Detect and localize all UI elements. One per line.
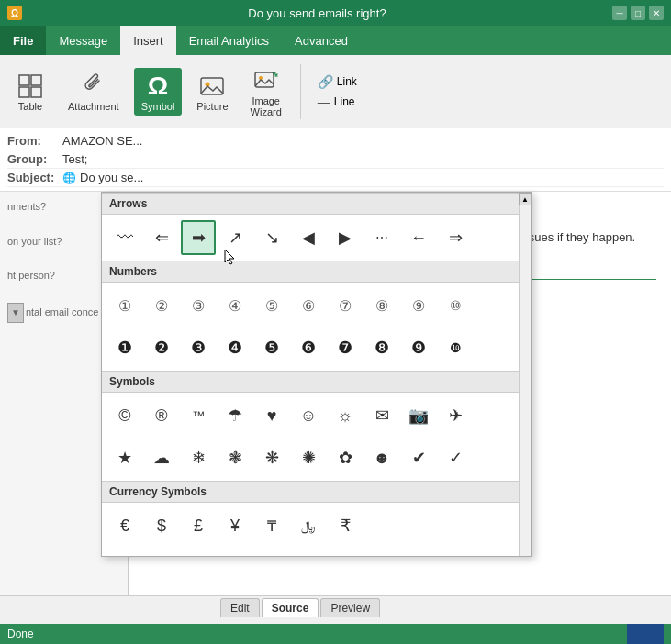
symbol-num-filled-4[interactable]: ❹ — [218, 330, 252, 365]
symbol-smiley-filled[interactable]: ☻ — [364, 440, 399, 475]
symbol-yen[interactable]: ¥ — [218, 508, 252, 543]
symbol-right-triangle[interactable]: ▶ — [328, 220, 363, 255]
symbol-up-right-arrow[interactable]: ↗ — [218, 220, 252, 255]
email-header: From: AMAZON SE... Group: Test; Subject:… — [0, 128, 671, 192]
link-icon: 🔗 — [318, 74, 333, 89]
symbol-smiley[interactable]: ☺ — [291, 398, 326, 433]
main-area: ▲ Arrows 〰 ⇐ ➡ ↗ ↘ ◀ ▶ ⋯ ← ⇒ Numbers ① ②… — [0, 192, 671, 595]
arrows-grid: 〰 ⇐ ➡ ↗ ↘ ◀ ▶ ⋯ ← ⇒ — [102, 215, 531, 261]
symbol-num-filled-5[interactable]: ❺ — [254, 330, 289, 365]
symbol-checkmark1[interactable]: ✔ — [401, 440, 436, 475]
table-label: Table — [18, 101, 42, 112]
symbol-star[interactable]: ★ — [107, 440, 142, 475]
section-numbers: Numbers — [102, 261, 531, 283]
symbol-num-outlined-10[interactable]: ⑩ — [438, 288, 473, 323]
symbol-num-filled-7[interactable]: ❼ — [328, 330, 363, 365]
group-value: Test; — [62, 152, 87, 166]
symbol-left-long-arrow[interactable]: ← — [401, 220, 436, 255]
tab-advanced[interactable]: Advanced — [282, 26, 361, 55]
symbol-flower3[interactable]: ✿ — [328, 440, 363, 475]
symbol-sun[interactable]: ☼ — [328, 398, 363, 433]
symbol-left-triangle[interactable]: ◀ — [291, 220, 326, 255]
symbol-euro[interactable]: € — [107, 508, 142, 543]
symbol-num-filled-6[interactable]: ❻ — [291, 330, 326, 365]
attachment-button[interactable]: Attachment — [61, 68, 127, 116]
tab-file[interactable]: File — [0, 26, 46, 55]
symbol-dollar[interactable]: $ — [144, 508, 179, 543]
symbol-copyright[interactable]: © — [107, 398, 142, 433]
symbol-snowflake[interactable]: ❄ — [181, 440, 216, 475]
symbol-right-arrow[interactable]: ➡ — [181, 220, 216, 255]
symbol-left-arrow-double[interactable]: ⇐ — [144, 220, 179, 255]
symbol-envelope[interactable]: ✉ — [364, 398, 399, 433]
symbol-sparkle[interactable]: ✺ — [291, 440, 326, 475]
symbol-camera[interactable]: 📷 — [401, 398, 436, 433]
symbol-right-double-arrow[interactable]: ⇒ — [438, 220, 473, 255]
symbol-num-filled-8[interactable]: ❽ — [364, 330, 399, 365]
symbol-wavy-arrow[interactable]: 〰 — [107, 220, 142, 255]
from-value: AMAZON SE... — [62, 134, 142, 148]
ribbon-tabs: File Message Insert Email Analytics Adva… — [0, 26, 671, 55]
symbol-num-outlined-9[interactable]: ⑨ — [401, 288, 436, 323]
tab-preview[interactable]: Preview — [320, 598, 380, 617]
tab-insert[interactable]: Insert — [120, 26, 176, 55]
subject-field: Subject: 🌐 Do you se... — [7, 169, 664, 187]
tab-message[interactable]: Message — [46, 26, 120, 55]
scrollbar-up[interactable]: ▲ — [519, 193, 531, 205]
image-wizard-label: ImageWizard — [251, 95, 282, 117]
symbol-cloud[interactable]: ☁ — [144, 440, 179, 475]
group-label: Group: — [7, 152, 62, 166]
status-bar: Done — [0, 624, 671, 644]
symbol-num-outlined-5[interactable]: ⑤ — [254, 288, 289, 323]
symbol-trademark[interactable]: ™ — [181, 398, 216, 433]
close-button[interactable]: ✕ — [649, 6, 664, 20]
tab-email-analytics[interactable]: Email Analytics — [176, 26, 282, 55]
tab-source[interactable]: Source — [262, 598, 319, 617]
tab-edit[interactable]: Edit — [220, 598, 260, 617]
symbol-num-outlined-1[interactable]: ① — [107, 288, 142, 323]
symbols-grid-row1: © ® ™ ☂ ♥ ☺ ☼ ✉ 📷 ✈ — [102, 393, 531, 439]
svg-rect-0 — [19, 75, 29, 85]
symbol-down-right-arrow[interactable]: ↘ — [254, 220, 289, 255]
line-button[interactable]: — Line — [312, 93, 363, 111]
symbol-num-outlined-3[interactable]: ③ — [181, 288, 216, 323]
svg-rect-6 — [255, 72, 274, 87]
ribbon-divider — [300, 64, 301, 119]
symbol-ellipsis-arrow[interactable]: ⋯ — [364, 220, 399, 255]
symbol-checkmark2[interactable]: ✓ — [438, 440, 473, 475]
symbol-num-filled-9[interactable]: ❾ — [401, 330, 436, 365]
symbol-num-filled-1[interactable]: ❶ — [107, 330, 142, 365]
symbol-heart[interactable]: ♥ — [254, 398, 289, 433]
table-icon — [16, 72, 45, 101]
symbol-airplane[interactable]: ✈ — [438, 398, 473, 433]
line-icon: — — [318, 94, 330, 109]
symbol-num-outlined-7[interactable]: ⑦ — [328, 288, 363, 323]
symbol-num-filled-2[interactable]: ❷ — [144, 330, 179, 365]
svg-rect-4 — [201, 78, 223, 94]
dropdown-icon[interactable]: ▼ — [7, 303, 24, 323]
symbol-flower2[interactable]: ❋ — [254, 440, 289, 475]
symbol-num-outlined-6[interactable]: ⑥ — [291, 288, 326, 323]
picture-button[interactable]: Picture — [189, 68, 235, 116]
image-wizard-button[interactable]: ImageWizard — [243, 62, 289, 121]
table-button[interactable]: Table — [7, 68, 53, 116]
symbol-pound[interactable]: £ — [181, 508, 216, 543]
symbol-umbrella[interactable]: ☂ — [218, 398, 252, 433]
symbols-grid-row2: ★ ☁ ❄ ❃ ❋ ✺ ✿ ☻ ✔ ✓ — [102, 439, 531, 481]
symbol-num-filled-10[interactable]: ❿ — [438, 330, 473, 365]
symbol-flower1[interactable]: ❃ — [218, 440, 252, 475]
symbol-registered[interactable]: ® — [144, 398, 179, 433]
symbol-num-outlined-4[interactable]: ④ — [218, 288, 252, 323]
symbol-rupee[interactable]: ₹ — [328, 508, 363, 543]
symbol-tenge[interactable]: ₸ — [254, 508, 289, 543]
symbol-button[interactable]: Ω Symbol — [134, 68, 183, 116]
popup-scrollbar[interactable]: ▲ — [519, 193, 531, 556]
symbol-rial[interactable]: ﷼ — [291, 508, 326, 543]
symbol-num-outlined-8[interactable]: ⑧ — [364, 288, 399, 323]
minimize-button[interactable]: ─ — [612, 6, 627, 20]
symbol-num-outlined-2[interactable]: ② — [144, 288, 179, 323]
outlined-numbers-grid: ① ② ③ ④ ⑤ ⑥ ⑦ ⑧ ⑨ ⑩ — [102, 283, 531, 328]
link-button[interactable]: 🔗 Link — [312, 72, 363, 91]
maximize-button[interactable]: □ — [631, 6, 645, 20]
symbol-num-filled-3[interactable]: ❸ — [181, 330, 216, 365]
